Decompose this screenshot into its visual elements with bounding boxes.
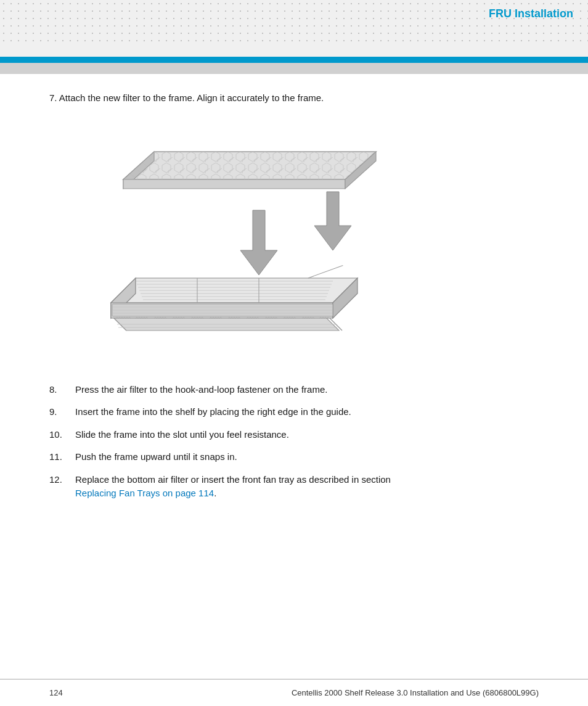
left-arrow bbox=[240, 210, 277, 275]
svg-marker-20 bbox=[123, 179, 345, 189]
step-9-number: 9. bbox=[49, 405, 75, 419]
header: FRU Installation bbox=[0, 0, 588, 57]
step-8-text: Press the air filter to the hook-and-loo… bbox=[75, 383, 539, 397]
svg-marker-27 bbox=[314, 192, 351, 250]
step-10-text: Slide the frame into the slot until you … bbox=[75, 428, 539, 442]
filter-panel bbox=[123, 136, 382, 198]
footer: 124 Centellis 2000 Shelf Release 3.0 Ins… bbox=[0, 679, 588, 706]
svg-line-13 bbox=[308, 265, 343, 278]
step-11-text: Push the frame upward until it snaps in. bbox=[75, 450, 539, 464]
step-12-first-line: 12. Replace the bottom air filter or ins… bbox=[49, 473, 539, 487]
step-9-text: Insert the frame into the shelf by placi… bbox=[75, 405, 539, 419]
step-11: 11. Push the frame upward until it snaps… bbox=[49, 450, 539, 464]
step-12-number: 12. bbox=[49, 473, 75, 487]
step-7-number: 7. bbox=[49, 92, 57, 103]
tray-frame bbox=[111, 265, 357, 318]
blue-divider bbox=[0, 57, 588, 63]
frame-rails bbox=[114, 318, 342, 330]
step-8: 8. Press the air filter to the hook-and-… bbox=[49, 383, 539, 397]
svg-marker-26 bbox=[240, 210, 277, 275]
main-content: 7. Attach the new filter to the frame. A… bbox=[0, 74, 588, 546]
step-12-text-before: Replace the bottom air filter or insert … bbox=[75, 474, 391, 485]
step-12-text-after: . bbox=[214, 488, 216, 498]
step-11-number: 11. bbox=[49, 450, 75, 464]
footer-page-number: 124 bbox=[49, 688, 63, 697]
header-title-bar: FRU Installation bbox=[464, 5, 588, 23]
step-7: 7. Attach the new filter to the frame. A… bbox=[49, 91, 539, 105]
right-arrow bbox=[314, 192, 351, 250]
replacing-fan-trays-link[interactable]: Replacing Fan Trays on page 114 bbox=[75, 488, 214, 498]
figure-filter-installation bbox=[74, 118, 382, 364]
step-9: 9. Insert the frame into the shelf by pl… bbox=[49, 405, 539, 419]
gray-divider bbox=[0, 63, 588, 74]
step-12-text: Replace the bottom air filter or insert … bbox=[75, 473, 539, 487]
step-10-number: 10. bbox=[49, 428, 75, 442]
footer-doc-title: Centellis 2000 Shelf Release 3.0 Install… bbox=[292, 688, 539, 697]
step-12: 12. Replace the bottom air filter or ins… bbox=[49, 473, 539, 501]
step-12-continuation: Replacing Fan Trays on page 114. bbox=[49, 486, 539, 501]
diagram-svg bbox=[74, 118, 382, 364]
step-10: 10. Slide the frame into the slot until … bbox=[49, 428, 539, 442]
step-7-text: Attach the new filter to the frame. Alig… bbox=[57, 92, 324, 103]
step-8-number: 8. bbox=[49, 383, 75, 397]
steps-list: 8. Press the air filter to the hook-and-… bbox=[49, 383, 539, 501]
page-title: FRU Installation bbox=[489, 7, 573, 20]
